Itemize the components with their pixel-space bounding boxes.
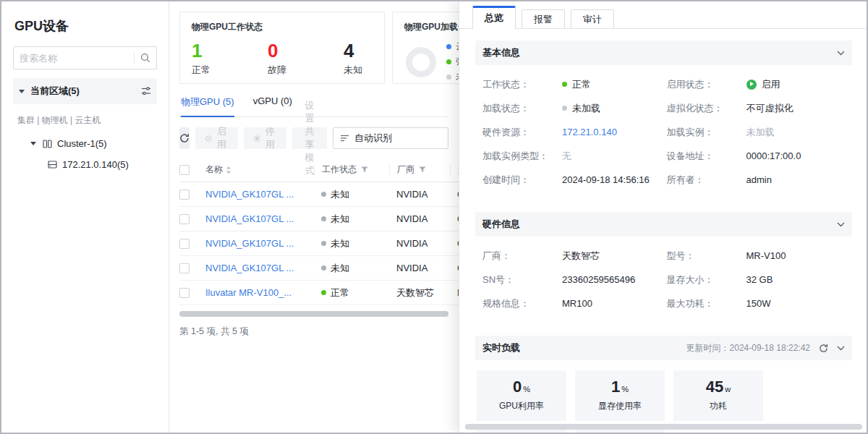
chevron-down-icon[interactable] xyxy=(837,346,845,351)
status-dot xyxy=(321,290,326,295)
sidebar-item-current-region[interactable]: 当前区域(5) xyxy=(13,78,157,104)
model-cell: GK107GL [... xyxy=(450,263,459,274)
refresh-icon[interactable] xyxy=(819,344,828,353)
gpu-distribution-card: 物理GPU加载分布 云主机 弹性裸金属 未加载 xyxy=(392,12,459,84)
model-cell: GK107GL [... xyxy=(450,238,459,250)
filter-funnel-icon[interactable] xyxy=(419,166,426,173)
row-checkbox[interactable] xyxy=(179,263,190,273)
realtime-load-header[interactable]: 实时负载 更新时间：2024-09-18 18:22:42 xyxy=(475,336,852,360)
chevron-down-icon[interactable] xyxy=(837,222,845,227)
status-text: 未加载 xyxy=(572,102,600,115)
gpu-name-link[interactable]: NVIDIA_GK107GL ... xyxy=(205,238,294,249)
info-value: admin xyxy=(746,174,772,185)
table-row[interactable]: NVIDIA_GK107GL ... 未知 NVIDIA GK107GL [..… xyxy=(179,231,459,256)
stat-unknown: 4 未知 xyxy=(344,41,362,77)
caret-down-icon[interactable] xyxy=(19,90,25,93)
detail-panel: 总览 报警 审计 基本信息 工作状态： 正常 启用状态： 启用 加载状态： xyxy=(459,1,868,433)
refresh-button[interactable] xyxy=(179,127,190,149)
info-value: 不可虚拟化 xyxy=(746,102,793,115)
tab-audit[interactable]: 审计 xyxy=(571,9,614,28)
vendor-cell: NVIDIA xyxy=(389,189,450,200)
gpu-name-link[interactable]: NVIDIA_GK107GL ... xyxy=(205,213,294,224)
enable-button[interactable]: 启用 xyxy=(195,127,238,149)
tab-alerts[interactable]: 报警 xyxy=(522,9,565,28)
legend-dot xyxy=(446,75,451,80)
table-row[interactable]: NVIDIA_GK107GL ... 未知 NVIDIA GK107GL [..… xyxy=(179,182,459,207)
cluster-icon xyxy=(43,140,52,148)
donut-chart xyxy=(406,47,436,77)
disable-button[interactable]: 停用 xyxy=(244,127,286,149)
model-cell: MR-V100 xyxy=(450,287,459,299)
legend-item: 弹性裸金属 xyxy=(446,56,459,68)
update-time: 更新时间：2024-09-18 18:22:42 xyxy=(686,342,810,354)
legend-dot xyxy=(446,59,451,64)
tab-physical-gpu[interactable]: 物理GPU (5) xyxy=(181,95,234,117)
summary-cards: 物理GPU工作状态 1 正常 0 故障 4 未知 xyxy=(179,12,448,84)
overview-content: 基本信息 工作状态： 正常 启用状态： 启用 加载状态： 未加载 虚拟化状态： … xyxy=(459,29,868,433)
status-text: 未知 xyxy=(331,237,349,250)
enabled-text: 启用 xyxy=(762,78,780,91)
metrics-grid: 0% GPU利用率 1% 显存使用率 45w 功耗 77℃ 温度 0% 风扇 xyxy=(475,360,852,433)
status-text: 未知 xyxy=(331,213,349,226)
divider xyxy=(134,52,135,64)
caret-down-icon[interactable] xyxy=(30,142,36,145)
chevron-down-icon[interactable] xyxy=(837,51,845,56)
status-dot xyxy=(562,82,567,87)
host-label: 172.21.0.140(5) xyxy=(62,159,129,170)
enabled-icon xyxy=(746,80,757,90)
sidebar-item-host[interactable]: 172.21.0.140(5) xyxy=(48,159,157,170)
search-input[interactable] xyxy=(20,53,131,64)
hardware-resource-link[interactable]: 172.21.0.140 xyxy=(562,127,617,137)
sort-icon[interactable] xyxy=(226,166,231,174)
row-checkbox[interactable] xyxy=(179,288,190,298)
region-label: 当前区域(5) xyxy=(30,85,141,98)
table-row[interactable]: Iluvatar MR-V100_... 正常 天数智芯 MR-V100 xyxy=(179,281,459,305)
donut-legend: 云主机 弹性裸金属 未加载 xyxy=(446,41,459,83)
status-dot xyxy=(321,192,326,197)
page-title: GPU设备 xyxy=(14,17,157,35)
gpu-device-page: GPU设备 当前区域(5) 集群 | 物理机 | 云主机 Cl xyxy=(0,0,868,434)
tab-overview[interactable]: 总览 xyxy=(472,6,516,29)
auto-detect-select[interactable]: 自动识别 xyxy=(333,127,448,149)
stat-fault: 0 故障 xyxy=(268,41,286,77)
model-cell: GK107GL [... xyxy=(450,213,459,225)
select-all-checkbox[interactable] xyxy=(179,165,190,175)
pagination-info: 第 1-5 项, 共 5 项 xyxy=(179,326,459,338)
panel-horizontal-scrollbar[interactable] xyxy=(465,424,862,430)
row-checkbox[interactable] xyxy=(179,239,190,249)
filter-funnel-icon[interactable] xyxy=(361,166,368,173)
gpu-status-card: 物理GPU工作状态 1 正常 0 故障 4 未知 xyxy=(179,12,385,84)
vendor-cell: NVIDIA xyxy=(389,238,450,250)
filter-settings-icon[interactable] xyxy=(141,86,151,96)
metric-memory-usage: 1% 显存使用率 xyxy=(575,370,665,421)
status-dot xyxy=(321,265,326,271)
vendor-cell: NVIDIA xyxy=(389,213,450,225)
share-mode-button[interactable]: 设置共享模式 xyxy=(292,127,327,149)
search-icon[interactable] xyxy=(140,53,150,63)
gpu-name-link[interactable]: NVIDIA_GK107GL ... xyxy=(205,189,294,200)
row-checkbox[interactable] xyxy=(179,214,190,224)
model-cell: GK107GL [... xyxy=(450,189,459,200)
view-switch-links[interactable]: 集群 | 物理机 | 云主机 xyxy=(17,114,157,127)
horizontal-scrollbar[interactable] xyxy=(179,311,448,317)
gpu-name-link[interactable]: Iluvatar MR-V100_... xyxy=(205,287,292,298)
sort-lines-icon xyxy=(341,135,349,142)
info-value: 2024-09-18 14:56:16 xyxy=(562,174,650,185)
metric-fan-speed: 0% 风扇转速 xyxy=(575,430,665,433)
gpu-name-link[interactable]: NVIDIA_GK107GL ... xyxy=(205,263,294,273)
status-dot xyxy=(321,216,326,221)
table-row[interactable]: NVIDIA_GK107GL ... 未知 NVIDIA GK107GL [..… xyxy=(179,207,459,231)
sidebar-item-cluster[interactable]: Cluster-1(5) xyxy=(30,138,157,149)
tab-vgpu[interactable]: vGPU (0) xyxy=(253,95,292,116)
row-checkbox[interactable] xyxy=(179,190,190,200)
basic-info-header[interactable]: 基本信息 xyxy=(475,41,852,65)
table-header: 名称 工作状态 厂商 型号 xyxy=(179,158,459,182)
table-toolbar: 启用 停用 设置共享模式 自动识别 xyxy=(179,127,448,149)
legend-dot xyxy=(446,44,451,49)
status-text: 正常 xyxy=(572,78,591,91)
vendor-cell: NVIDIA xyxy=(389,263,450,274)
hardware-info-header[interactable]: 硬件信息 xyxy=(475,212,852,237)
host-icon xyxy=(48,161,57,169)
table-row[interactable]: NVIDIA_GK107GL ... 未知 NVIDIA GK107GL [..… xyxy=(179,256,459,281)
vendor-cell: 天数智芯 xyxy=(389,287,450,299)
